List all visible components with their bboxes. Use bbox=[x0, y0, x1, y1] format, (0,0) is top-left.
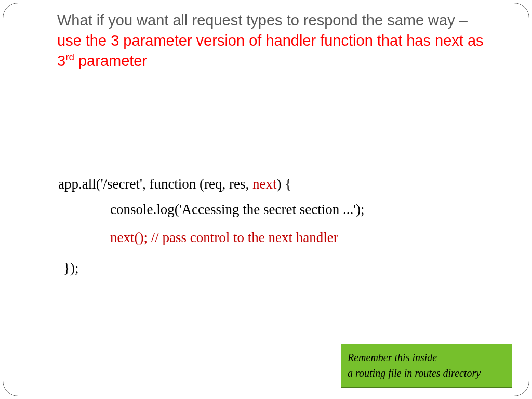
code-example: app.all('/secret', function (req, res, n… bbox=[58, 171, 365, 281]
note-box: Remember this inside a routing file in r… bbox=[341, 344, 512, 388]
code-line-1: app.all('/secret', function (req, res, n… bbox=[58, 171, 365, 197]
note-line-1: Remember this inside bbox=[348, 350, 506, 365]
code-next-param: next bbox=[252, 176, 277, 192]
code-line-3: next(); // pass control to the next hand… bbox=[58, 225, 365, 250]
heading-red-text: use the 3 parameter version of handler f… bbox=[57, 32, 484, 69]
code-line-4: }); bbox=[58, 256, 365, 281]
note-line-2: a routing file in routes directory bbox=[348, 365, 506, 381]
slide-heading: What if you want all request types to re… bbox=[57, 10, 490, 71]
heading-grey-text: What if you want all request types to re… bbox=[57, 12, 468, 29]
code-line-2: console.log('Accessing the secret sectio… bbox=[58, 197, 365, 222]
